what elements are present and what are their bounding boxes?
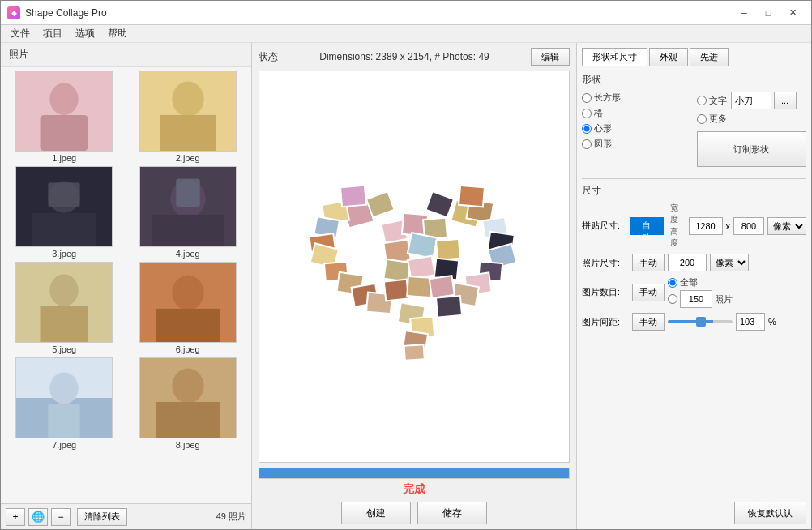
count-row: 图片数目: 手动 全部 照片 <box>582 276 806 308</box>
count-label: 图片数目: <box>582 286 629 298</box>
shape-grid-radio[interactable] <box>582 109 592 118</box>
shape-more-row: 更多 <box>697 113 807 125</box>
photo-thumb-3 <box>15 166 113 247</box>
spacing-value-input[interactable] <box>736 313 765 331</box>
photo-label-5: 5.jpeg <box>52 344 76 354</box>
count-all-radio[interactable] <box>668 278 677 288</box>
shape-text-radio[interactable] <box>697 96 707 105</box>
shape-grid-label: 格 <box>594 107 603 119</box>
photo-item-5[interactable]: 5.jpeg <box>4 262 125 354</box>
svg-rect-14 <box>152 215 224 246</box>
edit-button[interactable]: 编辑 <box>531 48 570 66</box>
svg-rect-59 <box>408 232 438 258</box>
photo-thumb-7 <box>15 357 113 438</box>
svg-rect-42 <box>459 185 485 207</box>
save-button[interactable]: 储存 <box>417 502 487 524</box>
photo-size-label: 照片尺寸: <box>582 257 629 269</box>
shape-rect-row: 长方形 <box>582 92 692 104</box>
svg-point-17 <box>50 275 79 306</box>
svg-rect-70 <box>404 344 425 361</box>
svg-point-26 <box>50 373 79 404</box>
title-bar: ◆ Shape Collage Pro ─ □ ✕ <box>1 1 811 25</box>
svg-rect-27 <box>49 404 80 438</box>
photo-item-2[interactable]: 2.jpeg <box>128 71 249 163</box>
tab-shape-size[interactable]: 形状和尺寸 <box>582 48 647 66</box>
text-value-input[interactable] <box>731 92 771 109</box>
spacing-row: 图片间距: 手动 % <box>582 313 806 331</box>
menu-help[interactable]: 帮助 <box>101 25 134 42</box>
collage-svg <box>293 156 536 378</box>
auto-button[interactable]: 自动 <box>630 217 664 235</box>
menu-project[interactable]: 项目 <box>36 25 69 42</box>
svg-rect-2 <box>41 115 88 151</box>
photo-size-unit-select[interactable]: 像素 <box>710 254 749 271</box>
maximize-button[interactable]: □ <box>756 5 780 21</box>
width-input[interactable] <box>689 217 723 235</box>
app-icon: ◆ <box>7 6 20 19</box>
photo-item-1[interactable]: 1.jpeg <box>4 71 125 163</box>
photo-grid-container[interactable]: 1.jpeg 2.jpeg <box>1 67 251 503</box>
right-footer: 恢复默认认 <box>582 497 806 524</box>
status-bar: 状态 Dimensions: 2389 x 2154, # Photos: 49… <box>259 48 570 66</box>
photo-label-4: 4.jpeg <box>176 249 200 259</box>
size-unit-select[interactable]: 像素 <box>767 217 806 235</box>
svg-rect-30 <box>156 402 220 438</box>
custom-shape-button[interactable]: 订制形状 <box>697 131 807 167</box>
photo-size-row: 照片尺寸: 手动 像素 <box>582 254 806 271</box>
spacing-slider[interactable] <box>668 320 733 323</box>
photo-size-input[interactable] <box>668 254 707 271</box>
count-custom-radio[interactable] <box>668 294 677 304</box>
shape-heart-radio[interactable] <box>582 124 592 134</box>
shape-heart-label: 心形 <box>594 122 612 135</box>
photo-item-6[interactable]: 6.jpeg <box>128 262 249 354</box>
restore-default-button[interactable]: 恢复默认认 <box>734 502 806 524</box>
shape-rect-label: 长方形 <box>594 92 621 104</box>
svg-rect-66 <box>430 276 455 298</box>
photo-item-8[interactable]: 8.jpeg <box>128 357 249 450</box>
clear-list-button[interactable]: 清除列表 <box>77 508 127 526</box>
menu-file[interactable]: 文件 <box>4 25 36 42</box>
text-dots-button[interactable]: ... <box>774 92 797 109</box>
count-manual-button[interactable]: 手动 <box>632 284 665 301</box>
photo-thumb-8 <box>139 357 237 438</box>
width-label: 宽度 <box>670 203 686 225</box>
photo-item-7[interactable]: 7.jpeg <box>4 357 125 450</box>
shape-more-radio[interactable] <box>697 114 707 124</box>
svg-point-5 <box>172 82 203 117</box>
spacing-manual-button[interactable]: 手动 <box>632 313 665 331</box>
photo-item-4[interactable]: 4.jpeg <box>128 166 249 259</box>
photo-label-2: 2.jpeg <box>176 153 200 163</box>
remove-photo-button[interactable]: − <box>51 508 71 526</box>
count-custom-row: 照片 <box>668 290 733 308</box>
main-content: 照片 1.jpeg <box>1 43 811 529</box>
shape-circle-radio[interactable] <box>582 139 592 149</box>
count-value-input[interactable] <box>680 290 712 308</box>
shape-heart-row: 心形 <box>582 122 692 135</box>
svg-rect-6 <box>160 115 216 151</box>
progress-bar-container <box>259 468 570 479</box>
collage-preview <box>259 71 570 463</box>
svg-rect-64 <box>384 279 408 301</box>
left-panel: 照片 1.jpeg <box>1 43 252 529</box>
photo-size-manual-button[interactable]: 手动 <box>632 254 665 271</box>
globe-button[interactable]: 🌐 <box>28 508 48 526</box>
menu-options[interactable]: 选项 <box>69 25 101 42</box>
tab-advanced[interactable]: 先进 <box>690 48 729 66</box>
height-input[interactable] <box>733 217 764 235</box>
progress-bar-fill <box>259 468 569 478</box>
center-panel: 状态 Dimensions: 2389 x 2154, # Photos: 49… <box>252 43 576 529</box>
create-button[interactable]: 创建 <box>341 502 411 524</box>
tab-appearance[interactable]: 外观 <box>649 48 688 66</box>
photo-item-3[interactable]: 3.jpeg <box>4 166 125 259</box>
minimize-button[interactable]: ─ <box>732 5 756 21</box>
shape-text-row: 文字 ... <box>697 92 807 109</box>
svg-rect-62 <box>408 255 435 279</box>
add-photo-button[interactable]: + <box>6 508 25 526</box>
shape-circle-row: 圆形 <box>582 138 692 150</box>
shape-rect-radio[interactable] <box>582 93 592 103</box>
photo-label-8: 8.jpeg <box>176 440 200 450</box>
close-button[interactable]: ✕ <box>780 5 805 21</box>
photo-thumb-6 <box>139 262 237 343</box>
spacing-unit: % <box>768 317 776 327</box>
photo-label-7: 7.jpeg <box>52 440 76 450</box>
